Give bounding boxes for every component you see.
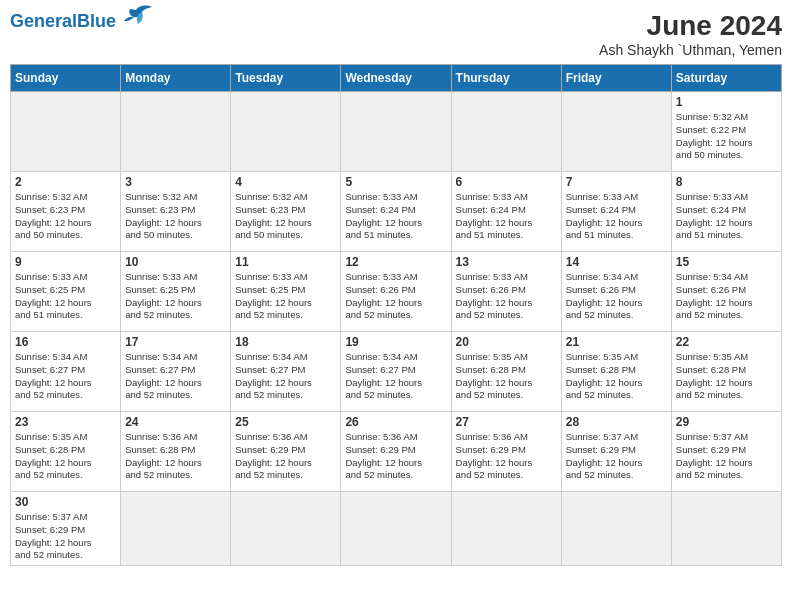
- calendar-day-cell: 27Sunrise: 5:36 AM Sunset: 6:29 PM Dayli…: [451, 412, 561, 492]
- day-info: Sunrise: 5:33 AM Sunset: 6:25 PM Dayligh…: [235, 271, 336, 322]
- day-number: 26: [345, 415, 446, 429]
- calendar-day-cell: 29Sunrise: 5:37 AM Sunset: 6:29 PM Dayli…: [671, 412, 781, 492]
- day-info: Sunrise: 5:34 AM Sunset: 6:26 PM Dayligh…: [676, 271, 777, 322]
- logo-general: General: [10, 11, 77, 31]
- day-info: Sunrise: 5:32 AM Sunset: 6:22 PM Dayligh…: [676, 111, 777, 162]
- calendar-day-cell: [451, 92, 561, 172]
- day-number: 19: [345, 335, 446, 349]
- calendar-day-cell: [231, 492, 341, 566]
- calendar-body: 1Sunrise: 5:32 AM Sunset: 6:22 PM Daylig…: [11, 92, 782, 566]
- day-number: 30: [15, 495, 116, 509]
- day-info: Sunrise: 5:36 AM Sunset: 6:28 PM Dayligh…: [125, 431, 226, 482]
- day-info: Sunrise: 5:33 AM Sunset: 6:26 PM Dayligh…: [345, 271, 446, 322]
- day-info: Sunrise: 5:37 AM Sunset: 6:29 PM Dayligh…: [566, 431, 667, 482]
- calendar-day-cell: 25Sunrise: 5:36 AM Sunset: 6:29 PM Dayli…: [231, 412, 341, 492]
- calendar-week-row: 9Sunrise: 5:33 AM Sunset: 6:25 PM Daylig…: [11, 252, 782, 332]
- calendar-day-cell: [561, 92, 671, 172]
- calendar-day-cell: 19Sunrise: 5:34 AM Sunset: 6:27 PM Dayli…: [341, 332, 451, 412]
- calendar-day-cell: 13Sunrise: 5:33 AM Sunset: 6:26 PM Dayli…: [451, 252, 561, 332]
- calendar-day-cell: [451, 492, 561, 566]
- day-number: 18: [235, 335, 336, 349]
- calendar-day-cell: 26Sunrise: 5:36 AM Sunset: 6:29 PM Dayli…: [341, 412, 451, 492]
- day-info: Sunrise: 5:32 AM Sunset: 6:23 PM Dayligh…: [235, 191, 336, 242]
- day-info: Sunrise: 5:35 AM Sunset: 6:28 PM Dayligh…: [676, 351, 777, 402]
- day-number: 15: [676, 255, 777, 269]
- location-subtitle: Ash Shaykh `Uthman, Yemen: [599, 42, 782, 58]
- weekday-header-sunday: Sunday: [11, 65, 121, 92]
- day-number: 23: [15, 415, 116, 429]
- calendar-day-cell: 1Sunrise: 5:32 AM Sunset: 6:22 PM Daylig…: [671, 92, 781, 172]
- calendar-day-cell: 22Sunrise: 5:35 AM Sunset: 6:28 PM Dayli…: [671, 332, 781, 412]
- weekday-header-tuesday: Tuesday: [231, 65, 341, 92]
- calendar-day-cell: 12Sunrise: 5:33 AM Sunset: 6:26 PM Dayli…: [341, 252, 451, 332]
- calendar-day-cell: [121, 492, 231, 566]
- calendar-day-cell: 15Sunrise: 5:34 AM Sunset: 6:26 PM Dayli…: [671, 252, 781, 332]
- day-info: Sunrise: 5:36 AM Sunset: 6:29 PM Dayligh…: [456, 431, 557, 482]
- weekday-header-friday: Friday: [561, 65, 671, 92]
- calendar-day-cell: 9Sunrise: 5:33 AM Sunset: 6:25 PM Daylig…: [11, 252, 121, 332]
- day-number: 3: [125, 175, 226, 189]
- calendar-day-cell: 23Sunrise: 5:35 AM Sunset: 6:28 PM Dayli…: [11, 412, 121, 492]
- day-info: Sunrise: 5:34 AM Sunset: 6:27 PM Dayligh…: [125, 351, 226, 402]
- calendar-day-cell: 6Sunrise: 5:33 AM Sunset: 6:24 PM Daylig…: [451, 172, 561, 252]
- calendar-week-row: 2Sunrise: 5:32 AM Sunset: 6:23 PM Daylig…: [11, 172, 782, 252]
- calendar-day-cell: [341, 92, 451, 172]
- day-number: 5: [345, 175, 446, 189]
- day-info: Sunrise: 5:33 AM Sunset: 6:24 PM Dayligh…: [676, 191, 777, 242]
- calendar-week-row: 23Sunrise: 5:35 AM Sunset: 6:28 PM Dayli…: [11, 412, 782, 492]
- weekday-header-thursday: Thursday: [451, 65, 561, 92]
- page-header: GeneralBlue June 2024 Ash Shaykh `Uthman…: [10, 10, 782, 58]
- day-number: 28: [566, 415, 667, 429]
- calendar-day-cell: [671, 492, 781, 566]
- calendar-day-cell: 2Sunrise: 5:32 AM Sunset: 6:23 PM Daylig…: [11, 172, 121, 252]
- day-info: Sunrise: 5:33 AM Sunset: 6:24 PM Dayligh…: [566, 191, 667, 242]
- day-info: Sunrise: 5:32 AM Sunset: 6:23 PM Dayligh…: [15, 191, 116, 242]
- calendar-day-cell: 3Sunrise: 5:32 AM Sunset: 6:23 PM Daylig…: [121, 172, 231, 252]
- calendar-day-cell: 18Sunrise: 5:34 AM Sunset: 6:27 PM Dayli…: [231, 332, 341, 412]
- logo-text: GeneralBlue: [10, 12, 116, 30]
- day-number: 8: [676, 175, 777, 189]
- day-info: Sunrise: 5:34 AM Sunset: 6:26 PM Dayligh…: [566, 271, 667, 322]
- day-number: 21: [566, 335, 667, 349]
- day-number: 25: [235, 415, 336, 429]
- logo: GeneralBlue: [10, 10, 154, 32]
- calendar-day-cell: 17Sunrise: 5:34 AM Sunset: 6:27 PM Dayli…: [121, 332, 231, 412]
- day-info: Sunrise: 5:33 AM Sunset: 6:25 PM Dayligh…: [125, 271, 226, 322]
- day-number: 17: [125, 335, 226, 349]
- day-number: 16: [15, 335, 116, 349]
- calendar-day-cell: 11Sunrise: 5:33 AM Sunset: 6:25 PM Dayli…: [231, 252, 341, 332]
- calendar-day-cell: [121, 92, 231, 172]
- day-info: Sunrise: 5:35 AM Sunset: 6:28 PM Dayligh…: [456, 351, 557, 402]
- calendar-header: SundayMondayTuesdayWednesdayThursdayFrid…: [11, 65, 782, 92]
- month-year-title: June 2024: [599, 10, 782, 42]
- title-area: June 2024 Ash Shaykh `Uthman, Yemen: [599, 10, 782, 58]
- day-number: 6: [456, 175, 557, 189]
- weekday-header-row: SundayMondayTuesdayWednesdayThursdayFrid…: [11, 65, 782, 92]
- calendar-day-cell: [561, 492, 671, 566]
- calendar-day-cell: 30Sunrise: 5:37 AM Sunset: 6:29 PM Dayli…: [11, 492, 121, 566]
- calendar-day-cell: 10Sunrise: 5:33 AM Sunset: 6:25 PM Dayli…: [121, 252, 231, 332]
- day-info: Sunrise: 5:33 AM Sunset: 6:26 PM Dayligh…: [456, 271, 557, 322]
- day-info: Sunrise: 5:33 AM Sunset: 6:24 PM Dayligh…: [456, 191, 557, 242]
- day-number: 12: [345, 255, 446, 269]
- calendar-day-cell: 4Sunrise: 5:32 AM Sunset: 6:23 PM Daylig…: [231, 172, 341, 252]
- calendar-week-row: 1Sunrise: 5:32 AM Sunset: 6:22 PM Daylig…: [11, 92, 782, 172]
- day-info: Sunrise: 5:34 AM Sunset: 6:27 PM Dayligh…: [15, 351, 116, 402]
- calendar-day-cell: [11, 92, 121, 172]
- day-number: 14: [566, 255, 667, 269]
- day-number: 22: [676, 335, 777, 349]
- calendar-day-cell: 7Sunrise: 5:33 AM Sunset: 6:24 PM Daylig…: [561, 172, 671, 252]
- day-info: Sunrise: 5:35 AM Sunset: 6:28 PM Dayligh…: [566, 351, 667, 402]
- day-info: Sunrise: 5:33 AM Sunset: 6:25 PM Dayligh…: [15, 271, 116, 322]
- calendar-day-cell: 5Sunrise: 5:33 AM Sunset: 6:24 PM Daylig…: [341, 172, 451, 252]
- logo-bird-icon: [118, 4, 154, 32]
- day-number: 27: [456, 415, 557, 429]
- day-info: Sunrise: 5:37 AM Sunset: 6:29 PM Dayligh…: [676, 431, 777, 482]
- day-info: Sunrise: 5:33 AM Sunset: 6:24 PM Dayligh…: [345, 191, 446, 242]
- day-number: 29: [676, 415, 777, 429]
- day-number: 9: [15, 255, 116, 269]
- day-info: Sunrise: 5:34 AM Sunset: 6:27 PM Dayligh…: [345, 351, 446, 402]
- day-number: 1: [676, 95, 777, 109]
- day-info: Sunrise: 5:32 AM Sunset: 6:23 PM Dayligh…: [125, 191, 226, 242]
- calendar-week-row: 16Sunrise: 5:34 AM Sunset: 6:27 PM Dayli…: [11, 332, 782, 412]
